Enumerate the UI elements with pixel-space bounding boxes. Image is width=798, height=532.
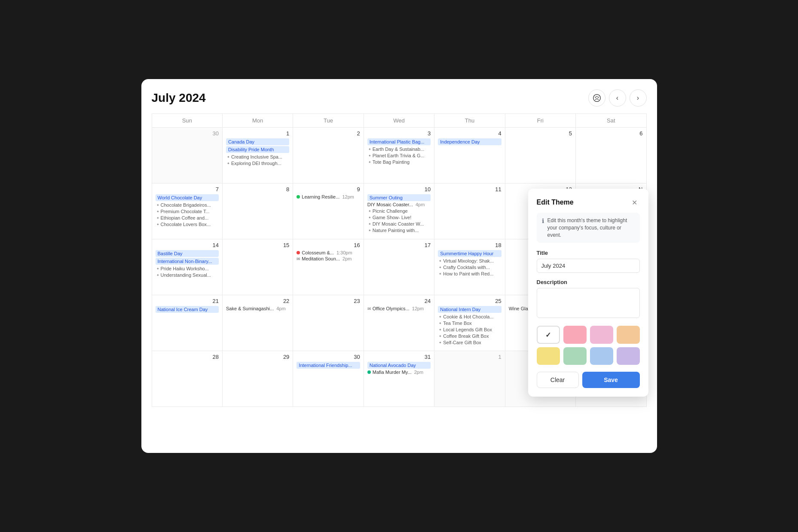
- event-tag[interactable]: Bastille Day: [156, 250, 219, 257]
- event-time: 2pm: [414, 370, 423, 375]
- event-tag[interactable]: National Avocado Day: [367, 362, 431, 369]
- day-cell[interactable]: 30: [152, 128, 223, 183]
- day-number: 17: [367, 242, 431, 248]
- event-dot-item[interactable]: Ethiopian Coffee and...: [156, 215, 219, 221]
- day-cell[interactable]: 16Colosseum &...1:30pm✉Meditation Soun..…: [293, 239, 364, 295]
- day-cell[interactable]: 3International Plastic Bag...Earth Day &…: [364, 128, 434, 183]
- timed-event[interactable]: Learning Resilie...12pm: [297, 194, 360, 199]
- day-number: 10: [367, 186, 431, 193]
- event-tag[interactable]: Summertime Happy Hour: [438, 250, 501, 257]
- color-swatch-sky[interactable]: [590, 347, 613, 365]
- day-cell[interactable]: 21National Ice Cream Day: [152, 295, 223, 351]
- day-cell[interactable]: 17: [364, 239, 434, 295]
- clear-button[interactable]: Clear: [537, 372, 579, 388]
- timed-event[interactable]: Colosseum &...1:30pm: [297, 250, 360, 255]
- prev-month-button[interactable]: ‹: [609, 89, 626, 107]
- day-cell[interactable]: 23: [293, 295, 364, 351]
- color-swatch-yellow[interactable]: [537, 347, 560, 365]
- color-swatch-pink[interactable]: [563, 326, 587, 344]
- event-dot-item[interactable]: Chocolate Brigadeiros...: [156, 202, 219, 208]
- timed-event[interactable]: DIY Mosaic Coaster...4pm: [367, 202, 431, 207]
- event-dot-item[interactable]: Virtual Mixology: Shak...: [438, 258, 501, 264]
- event-tag[interactable]: Disability Pride Month: [226, 146, 289, 153]
- day-cell[interactable]: 22Sake & Suminagashi...4pm: [223, 295, 293, 351]
- event-tag[interactable]: Canada Day: [226, 138, 289, 145]
- day-cell[interactable]: 7World Chocolate DayChocolate Brigadeiro…: [152, 183, 223, 239]
- day-cell[interactable]: 10Summer OutingDIY Mosaic Coaster...4pmP…: [364, 183, 434, 239]
- title-input[interactable]: [537, 259, 640, 273]
- day-cell[interactable]: 4Independence Day: [434, 128, 505, 183]
- color-swatch-white[interactable]: [537, 326, 560, 344]
- event-tag[interactable]: National Intern Day: [438, 306, 501, 313]
- event-dot-item[interactable]: Creating Inclusive Spa...: [226, 154, 289, 160]
- day-cell[interactable]: 11: [434, 183, 505, 239]
- event-dot-item[interactable]: Exploring DEI through...: [226, 160, 289, 166]
- info-icon: ℹ: [542, 217, 544, 238]
- info-text: Edit this month's theme to highlight you…: [547, 217, 635, 238]
- panel-actions: Clear Save: [537, 372, 640, 388]
- color-swatch-lavender[interactable]: [617, 347, 640, 365]
- day-cell[interactable]: 24✉Office Olympics...12pm: [364, 295, 434, 351]
- event-dot-item[interactable]: Self-Care Gift Box: [438, 339, 501, 345]
- day-number: 14: [156, 242, 219, 248]
- day-cell[interactable]: 30International Friendship...: [293, 351, 364, 407]
- event-dot-item[interactable]: Chocolate Lovers Box...: [156, 221, 219, 227]
- save-button[interactable]: Save: [582, 372, 640, 388]
- event-dot-item[interactable]: Cookie & Hot Chocola...: [438, 314, 501, 320]
- event-dot-item[interactable]: Earth Day & Sustainab...: [367, 146, 431, 152]
- day-cell[interactable]: 31National Avocado DayMafia Murder My...…: [364, 351, 434, 407]
- day-cell[interactable]: 15: [223, 239, 293, 295]
- event-dot-item[interactable]: Picnic Challenge: [367, 208, 431, 214]
- day-cell[interactable]: 29: [223, 351, 293, 407]
- event-dot-item[interactable]: Nature Painting with...: [367, 227, 431, 233]
- event-tag[interactable]: International Non-Binary...: [156, 258, 219, 265]
- timed-event[interactable]: Mafia Murder My...2pm: [367, 370, 431, 375]
- day-cell[interactable]: 2: [293, 128, 364, 183]
- day-header-thu: Thu: [434, 114, 505, 128]
- svg-point-1: [595, 97, 596, 98]
- event-dot-item[interactable]: Premium Chocolate T...: [156, 208, 219, 214]
- day-cell[interactable]: 5: [505, 128, 576, 183]
- day-number: 15: [226, 242, 289, 248]
- event-tag[interactable]: Summer Outing: [367, 194, 431, 201]
- day-number: 1: [438, 354, 501, 360]
- event-tag[interactable]: Independence Day: [438, 138, 501, 145]
- timed-event[interactable]: ✉Office Olympics...12pm: [367, 306, 431, 311]
- event-dot-item[interactable]: Coffee Break Gift Box: [438, 333, 501, 339]
- day-cell[interactable]: 18Summertime Happy HourVirtual Mixology:…: [434, 239, 505, 295]
- event-dot-item[interactable]: Game Show- Live!: [367, 214, 431, 220]
- day-cell[interactable]: 9Learning Resilie...12pm: [293, 183, 364, 239]
- day-cell[interactable]: 8: [223, 183, 293, 239]
- day-cell[interactable]: 6: [576, 128, 646, 183]
- event-dot-item[interactable]: Tote Bag Painting: [367, 159, 431, 165]
- close-panel-button[interactable]: ✕: [630, 197, 640, 208]
- event-dot-item[interactable]: Local Legends Gift Box: [438, 327, 501, 333]
- event-tag[interactable]: International Plastic Bag...: [367, 138, 431, 145]
- theme-button[interactable]: [588, 89, 605, 107]
- event-dot-item[interactable]: Crafty Cocktails with...: [438, 264, 501, 270]
- event-dot-item[interactable]: Understanding Sexual...: [156, 272, 219, 278]
- day-cell[interactable]: 28: [152, 351, 223, 407]
- event-dot-item[interactable]: How to Paint with Red...: [438, 271, 501, 277]
- timed-event-plain[interactable]: Sake & Suminagashi...4pm: [226, 306, 289, 311]
- next-month-button[interactable]: ›: [630, 89, 647, 107]
- timed-event[interactable]: ✉Meditation Soun...2pm: [297, 256, 360, 261]
- event-tag[interactable]: International Friendship...: [297, 362, 360, 369]
- event-tag[interactable]: World Chocolate Day: [156, 194, 219, 201]
- day-cell[interactable]: 1Canada DayDisability Pride MonthCreatin…: [223, 128, 293, 183]
- event-dot-item[interactable]: Planet Earth Trivia & G...: [367, 153, 431, 159]
- event-dot-item[interactable]: Tea Time Box: [438, 320, 501, 326]
- day-cell[interactable]: 1: [434, 351, 505, 407]
- day-cell[interactable]: 14Bastille DayInternational Non-Binary..…: [152, 239, 223, 295]
- color-swatch-light-pink[interactable]: [590, 326, 613, 344]
- event-tag[interactable]: National Ice Cream Day: [156, 306, 219, 313]
- event-title: Sake & Suminagashi...: [226, 306, 274, 311]
- day-number: 1: [226, 130, 289, 137]
- color-swatch-peach[interactable]: [617, 326, 640, 344]
- day-number: 16: [297, 242, 360, 248]
- color-swatch-mint[interactable]: [563, 347, 587, 365]
- day-cell[interactable]: 25National Intern DayCookie & Hot Chocol…: [434, 295, 505, 351]
- event-dot-item[interactable]: Pride Haiku Worksho...: [156, 266, 219, 272]
- event-dot-item[interactable]: DIY Mosaic Coaster W...: [367, 221, 431, 227]
- description-textarea[interactable]: [537, 288, 640, 318]
